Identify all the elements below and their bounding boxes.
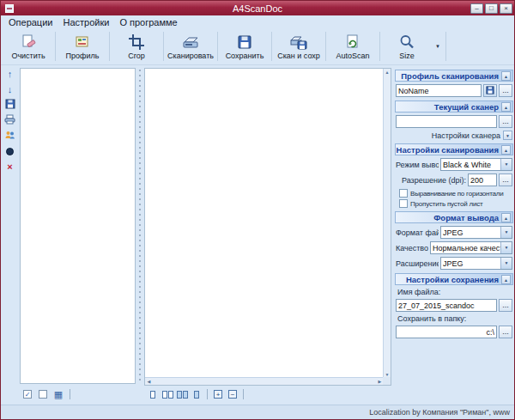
grid-view-button[interactable]: ▦: [52, 388, 64, 400]
zoom-in-icon: +: [214, 390, 222, 399]
dropdown-icon[interactable]: ▼: [500, 159, 512, 170]
scanner-row: ...: [396, 115, 512, 128]
filename-input[interactable]: [396, 299, 497, 312]
file-format-label: Формат файла:: [396, 228, 439, 237]
profile-save-icon: [486, 86, 494, 96]
horizontal-scrollbar[interactable]: ◀ ▶: [145, 377, 384, 385]
fit-page-view-button[interactable]: [191, 388, 203, 400]
output-mode-select[interactable]: Black & White ▼: [440, 158, 512, 171]
size-button[interactable]: Size: [382, 28, 432, 64]
title-bar[interactable]: A4ScanDoc – □ ×: [1, 1, 514, 15]
folder-row: ...: [396, 326, 512, 338]
menu-about[interactable]: О программе: [114, 17, 182, 27]
scanner-settings-expander[interactable]: Настройки сканера ▼: [396, 131, 512, 140]
scanner-browse-button[interactable]: ...: [499, 115, 512, 128]
scroll-left-icon[interactable]: ◀: [145, 378, 153, 385]
move-down-button[interactable]: ↓: [3, 83, 17, 95]
file-format-select[interactable]: JPEG ▼: [440, 226, 512, 239]
profiles-icon: [4, 128, 15, 143]
profiles-button[interactable]: [3, 130, 17, 142]
profile-name-input[interactable]: [396, 84, 482, 97]
view-tools: + −: [147, 388, 245, 400]
section-header-scan-profile: Профиль сканирования ▲: [395, 70, 513, 82]
menu-settings[interactable]: Настройки: [58, 17, 114, 27]
deselect-all-button[interactable]: [37, 388, 49, 400]
profile-button[interactable]: Профиль: [58, 28, 107, 64]
clear-button[interactable]: Очистить: [3, 28, 53, 64]
skip-blank-row: Пропустить пустой лист: [399, 199, 512, 208]
zoom-out-icon: −: [228, 390, 237, 399]
collapse-icon[interactable]: ▲: [501, 213, 511, 222]
align-horizontal-checkbox[interactable]: [399, 189, 408, 198]
toolbar-separator: [217, 32, 218, 61]
save-button[interactable]: Сохранить: [220, 28, 270, 64]
toolbar-separator: [55, 32, 56, 61]
dropdown-icon[interactable]: ▼: [500, 258, 512, 269]
clear-icon: [19, 33, 38, 51]
autoscan-icon: [343, 33, 362, 51]
folder-input[interactable]: [396, 326, 497, 338]
thumbnail-tools: ✓ ▦: [21, 388, 72, 400]
move-up-button[interactable]: ↑: [3, 68, 17, 80]
camera-button[interactable]: [3, 145, 17, 157]
toolbar-separator: [163, 32, 164, 61]
scroll-up-icon[interactable]: ▲: [384, 69, 391, 76]
toolbar-separator: [70, 389, 70, 399]
dropdown-icon[interactable]: ▼: [500, 227, 512, 238]
vertical-scrollbar[interactable]: ▲ ▼: [383, 69, 391, 378]
size-dropdown-button[interactable]: ▼: [432, 28, 444, 64]
delete-icon: ×: [7, 161, 12, 172]
thumbnail-panel[interactable]: [20, 68, 136, 384]
two-page-view-icon: [162, 391, 167, 399]
maximize-button[interactable]: □: [485, 3, 498, 14]
resolution-row: Разрешение (dpi): ...: [396, 173, 512, 186]
collapse-icon[interactable]: ▲: [501, 102, 511, 112]
size-icon: [397, 33, 416, 51]
resolution-browse-button[interactable]: ...: [499, 173, 512, 186]
panel-splitter[interactable]: [136, 68, 144, 384]
profile-save-button[interactable]: [483, 84, 497, 97]
close-button[interactable]: ×: [500, 3, 512, 14]
scan-save-icon: [289, 33, 308, 51]
zoom-in-button[interactable]: +: [212, 388, 224, 400]
menu-operations[interactable]: Операции: [3, 17, 58, 27]
crop-button[interactable]: Crop: [112, 28, 161, 64]
delete-button[interactable]: ×: [3, 161, 17, 173]
collapse-icon[interactable]: ▲: [501, 275, 511, 284]
quality-select[interactable]: Нормальное качество ▼: [430, 241, 512, 254]
continuous-view-button[interactable]: [176, 388, 188, 400]
folder-browse-button[interactable]: ...: [499, 326, 512, 338]
main-toolbar: Очистить Профиль Crop Сканировать: [1, 28, 514, 65]
window-controls: – □ ×: [470, 3, 512, 14]
extension-select[interactable]: JPEG ▼: [440, 257, 512, 270]
zoom-out-button[interactable]: −: [227, 388, 239, 400]
scan-and-save-button[interactable]: Скан и сохр: [274, 28, 324, 64]
expand-icon[interactable]: ▼: [503, 131, 512, 140]
two-page-view-button[interactable]: [161, 388, 173, 400]
scan-icon: [181, 33, 200, 51]
resolution-label: Разрешение (dpi):: [396, 176, 466, 185]
scanner-name-input[interactable]: [396, 115, 497, 128]
autoscan-button[interactable]: AutoScan: [328, 28, 378, 64]
side-toolbar: ↑ ↓ ×: [1, 68, 19, 173]
extension-label: Расширение:: [396, 259, 439, 268]
scan-button[interactable]: Сканировать: [166, 28, 215, 64]
preview-area[interactable]: ▲ ▼ ◀ ▶: [144, 68, 391, 386]
profile-browse-button[interactable]: ...: [499, 84, 512, 97]
collapse-icon[interactable]: ▲: [501, 145, 511, 155]
dropdown-icon[interactable]: ▼: [500, 242, 512, 253]
menu-bar: Операции Настройки О программе: [1, 15, 514, 28]
skip-blank-checkbox[interactable]: [399, 199, 408, 208]
resolution-input[interactable]: [468, 173, 497, 186]
print-button[interactable]: [3, 114, 17, 126]
scrollbar-corner: [383, 377, 391, 385]
filename-browse-button[interactable]: ...: [499, 299, 512, 312]
status-text: Localization by Компания "Риман", www: [369, 408, 510, 417]
continuous-view-icon: [177, 391, 182, 399]
folder-label: Сохранить в папку:: [397, 314, 512, 323]
collapse-icon[interactable]: ▲: [501, 71, 511, 81]
minimize-button[interactable]: –: [470, 3, 483, 14]
single-page-view-button[interactable]: [147, 388, 159, 400]
save-page-button[interactable]: [3, 99, 17, 111]
select-all-button[interactable]: ✓: [21, 388, 33, 400]
